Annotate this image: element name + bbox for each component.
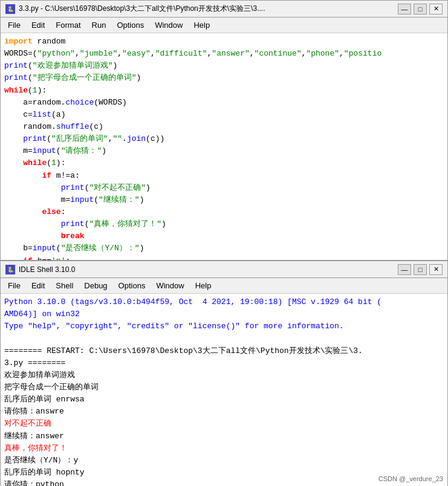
shell-blank-1 [4, 332, 444, 345]
shell-menu-help[interactable]: Help [190, 280, 216, 291]
code-line-6: a=random.choice(WORDS) [4, 97, 444, 109]
code-line-18: b=input("是否继续（Y/N）：") [4, 242, 444, 254]
editor-title-left: 🐍 3.3.py - C:\Users\16978\Desktop\3大二下al… [5, 4, 265, 14]
shell-help-line: Type "help", "copyright", "credits" or "… [4, 320, 444, 332]
editor-window: 🐍 3.3.py - C:\Users\16978\Desktop\3大二下al… [0, 0, 448, 261]
menu-edit[interactable]: Edit [27, 19, 50, 31]
shell-out-3: 乱序后的单词 enrwsa [4, 394, 444, 406]
menu-format[interactable]: Format [51, 19, 85, 31]
shell-out-2: 把字母合成一个正确的单词 [4, 381, 444, 394]
shell-window: 🐍 IDLE Shell 3.10.0 — □ ✕ File Edit Shel… [0, 261, 448, 486]
code-line-15: else: [4, 206, 444, 218]
code-line-7: c=list(a) [4, 109, 444, 121]
code-line-17: break [4, 230, 444, 242]
shell-menu-file[interactable]: File [3, 280, 25, 291]
shell-restart-line1: ======== RESTART: C:\Users\16978\Desktop… [4, 345, 444, 357]
shell-menu-edit[interactable]: Edit [27, 280, 50, 291]
shell-title-bar: 🐍 IDLE Shell 3.10.0 — □ ✕ [1, 261, 447, 278]
code-line-9: print("乱序后的单词","".join(c)) [4, 133, 444, 145]
shell-menu-debug[interactable]: Debug [79, 280, 112, 291]
watermark: CSDN @_verdure_23 [378, 475, 443, 482]
code-line-13: print("对不起不正确") [4, 182, 444, 194]
code-line-16: print("真棒，你猜对了！") [4, 218, 444, 230]
editor-title-text: 3.3.py - C:\Users\16978\Desktop\3大二下all文… [19, 4, 265, 14]
shell-menu-options[interactable]: Options [114, 280, 151, 291]
shell-out-1: 欢迎参加猜单词游戏 [4, 369, 444, 381]
code-editor[interactable]: import random WORDS=("python","jumble","… [1, 33, 447, 260]
editor-minimize-button[interactable]: — [398, 4, 411, 15]
shell-out-4: 请你猜：answre [4, 406, 444, 418]
shell-out-7: 真棒，你猜对了！ [4, 442, 444, 455]
shell-icon: 🐍 [5, 265, 15, 274]
shell-menu-window[interactable]: Window [151, 280, 189, 291]
code-line-4: print("把字母合成一个正确的单词") [4, 72, 444, 84]
code-line-2: WORDS=("python","jumble","easy","difficu… [4, 48, 444, 60]
code-line-3: print("欢迎参加猜单词游戏") [4, 60, 444, 72]
editor-title-controls: — □ ✕ [398, 4, 443, 15]
code-line-12: if m!=a: [4, 170, 444, 182]
shell-maximize-button[interactable]: □ [414, 264, 427, 275]
menu-window[interactable]: Window [150, 19, 187, 31]
menu-options[interactable]: Options [112, 19, 149, 31]
shell-menu-shell[interactable]: Shell [51, 280, 78, 291]
menu-help[interactable]: Help [189, 19, 215, 31]
code-line-1: import random [4, 36, 444, 48]
menu-file[interactable]: File [3, 19, 25, 31]
editor-title-bar: 🐍 3.3.py - C:\Users\16978\Desktop\3大二下al… [1, 1, 447, 18]
editor-maximize-button[interactable]: □ [414, 4, 427, 15]
editor-menu-bar: File Edit Format Run Options Window Help [1, 18, 447, 33]
shell-out-8: 是否继续（Y/N）：y [4, 455, 444, 467]
shell-close-button[interactable]: ✕ [429, 264, 443, 275]
shell-minimize-button[interactable]: — [398, 264, 411, 275]
shell-menu-bar: File Edit Shell Debug Options Window Hel… [1, 278, 447, 294]
shell-restart-line2: 3.py ======== [4, 357, 444, 369]
shell-out-5: 对不起不正确 [4, 418, 444, 430]
code-line-19: if b=='n': [4, 255, 444, 260]
shell-startup-line: Python 3.10.0 (tags/v3.10.0:b494f59, Oct… [4, 296, 444, 308]
shell-title-controls: — □ ✕ [398, 264, 443, 275]
shell-title-left: 🐍 IDLE Shell 3.10.0 [5, 265, 75, 274]
editor-close-button[interactable]: ✕ [429, 4, 443, 15]
shell-out-6: 继续猜：answer [4, 430, 444, 442]
code-line-5: while(1): [4, 85, 444, 97]
editor-icon: 🐍 [5, 4, 15, 14]
shell-platform-line: AMD64)] on win32 [4, 308, 444, 320]
code-line-10: m=input("请你猜：") [4, 145, 444, 157]
menu-run[interactable]: Run [87, 19, 111, 31]
code-line-8: random.shuffle(c) [4, 121, 444, 133]
code-line-14: m=input("继续猜：") [4, 194, 444, 206]
code-line-11: while(1): [4, 157, 444, 169]
shell-output[interactable]: Python 3.10.0 (tags/v3.10.0:b494f59, Oct… [1, 294, 447, 486]
shell-title-text: IDLE Shell 3.10.0 [19, 265, 75, 274]
